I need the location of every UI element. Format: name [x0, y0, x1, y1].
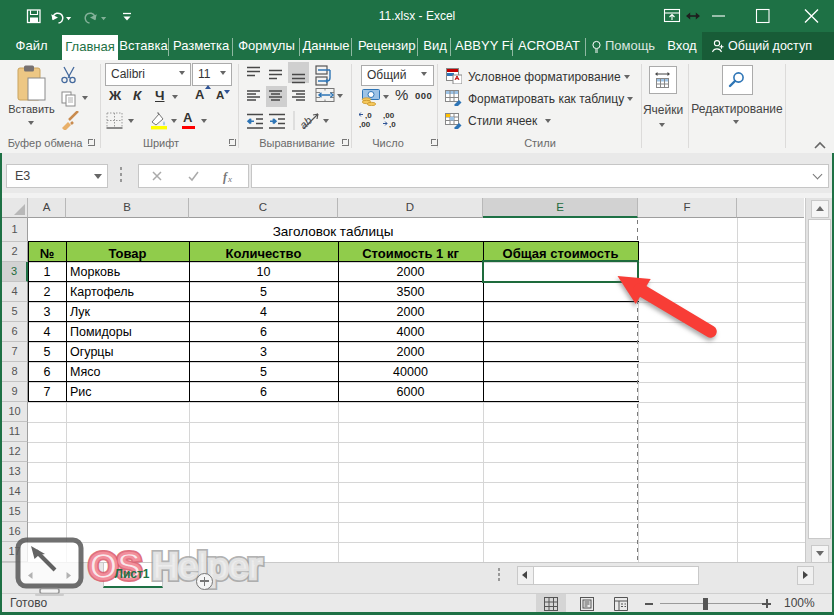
svg-text:,0: ,0 — [365, 111, 372, 120]
svg-text:ab: ab — [297, 114, 314, 130]
svg-text:,00: ,00 — [359, 120, 371, 128]
svg-text:,0: ,0 — [389, 120, 396, 128]
svg-text:,00: ,00 — [383, 111, 395, 120]
svg-text:x: x — [227, 174, 232, 184]
